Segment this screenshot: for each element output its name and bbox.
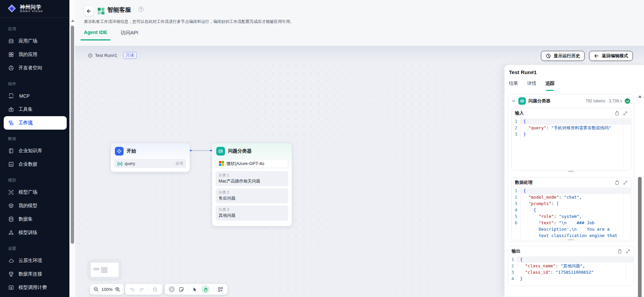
copy-icon[interactable] bbox=[617, 249, 622, 254]
readonly-badge: 只读 bbox=[123, 52, 137, 59]
undo-icon[interactable] bbox=[129, 287, 135, 292]
classifier-category-row[interactable]: 分类 1Mac产品操作相关问题 bbox=[216, 171, 288, 186]
panel-scrollbar[interactable] bbox=[638, 94, 642, 295]
param-required-label: 必填 bbox=[175, 161, 183, 166]
sidebar-item-db-connection[interactable]: 数据库连接 bbox=[0, 267, 69, 281]
help-icon[interactable]: ? bbox=[138, 7, 143, 12]
main-vertical-scrollbar[interactable] bbox=[69, 0, 75, 297]
sidebar-item-my-apps[interactable]: 我的应用 bbox=[0, 48, 69, 61]
sidebar-item-knowledge-base[interactable]: 企业知识库 bbox=[0, 144, 69, 158]
test-run-panel: Test Run#1 结果详情追踪 问题分类器 792 tokens · 3.7… bbox=[504, 65, 644, 297]
model-name: 微软|Azure-GPT-4o bbox=[226, 161, 264, 167]
sidebar-item-label: 企业知识库 bbox=[19, 148, 42, 154]
sidebar-item-billing[interactable]: 模型调用计费 bbox=[0, 281, 69, 294]
sidebar-item-workflow[interactable]: 工作流 bbox=[4, 116, 67, 130]
code-line: 4 { bbox=[512, 207, 631, 213]
scrollbar-thumb[interactable] bbox=[638, 177, 642, 297]
expand-icon[interactable] bbox=[623, 111, 627, 116]
sidebar-item-cloud-env[interactable]: 云原生环境 bbox=[0, 254, 69, 267]
sidebar-item-model-market[interactable]: 模型广场 bbox=[0, 186, 69, 199]
code-content[interactable]: 1{2 "query": "手机转移资料需要有数据线吗"3} bbox=[512, 118, 631, 137]
code-content[interactable]: 1{2 "class_name": "其他问题",3 "class_id": "… bbox=[508, 256, 634, 282]
toolbar-divider bbox=[188, 287, 188, 292]
show-run-history-button[interactable]: 显示运行历史 bbox=[541, 51, 585, 61]
panel-tab-追踪[interactable]: 追踪 bbox=[545, 80, 554, 90]
classifier-category-row[interactable]: 分类 3其他问题 bbox=[216, 205, 288, 221]
database-icon bbox=[8, 216, 14, 222]
code-content[interactable]: 1{2 "model_mode": "chat",3 "prompts": [4… bbox=[512, 188, 631, 240]
storefront-icon bbox=[8, 38, 14, 44]
category-label: 分类 2 bbox=[219, 190, 285, 195]
version-history-icon[interactable] bbox=[152, 287, 158, 292]
expand-icon[interactable] bbox=[626, 249, 630, 254]
start-param-row[interactable]: {x} query 必填 bbox=[114, 159, 186, 168]
sidebar-item-model-training[interactable]: 模型训练 bbox=[0, 226, 69, 239]
redo-icon[interactable] bbox=[139, 287, 144, 292]
zoom-in-icon[interactable] bbox=[115, 287, 121, 292]
toolbar-divider bbox=[148, 287, 149, 292]
minimap-node bbox=[101, 267, 107, 273]
microsoft-logo-icon bbox=[219, 161, 224, 166]
scrollbar-thumb[interactable] bbox=[71, 26, 74, 244]
edge-start-to-classifier bbox=[191, 150, 213, 151]
header-tabs: Agent IDE访问API bbox=[84, 30, 138, 40]
category-value: 其他问题 bbox=[219, 213, 285, 219]
select-cursor-icon[interactable] bbox=[192, 287, 197, 292]
panel-tab-详情[interactable]: 详情 bbox=[527, 80, 536, 90]
classifier-category-row[interactable]: 分类 2售后问题 bbox=[216, 188, 288, 203]
expand-icon[interactable] bbox=[623, 180, 627, 185]
code-line: 1{ bbox=[508, 256, 634, 263]
minimap[interactable] bbox=[88, 260, 121, 279]
auto-layout-icon[interactable] bbox=[218, 287, 223, 292]
sidebar-item-dataset[interactable]: 数据集 bbox=[0, 212, 69, 226]
svg-text:MCP: MCP bbox=[9, 96, 13, 99]
scroll-up-arrow-icon[interactable] bbox=[71, 20, 74, 22]
sidebar-item-mcp[interactable]: MCPMCP bbox=[0, 89, 69, 103]
toolbar-divider bbox=[214, 287, 214, 292]
sidebar-item-my-models[interactable]: 我的模型 bbox=[0, 199, 69, 212]
sidebar-item-dev-space[interactable]: 开发者空间 bbox=[0, 61, 69, 75]
node-question-classifier[interactable]: 问题分类器 微软|Azure-GPT-4o 分类 1Mac产品操作相关问题分类 … bbox=[212, 143, 292, 226]
brand-subtitle: Smart Vision bbox=[20, 10, 43, 13]
sidebar-item-toolset[interactable]: 工具集 bbox=[0, 103, 69, 116]
page-header: 智能客服 ? 展示私有工作流详细信息，您可以在此对工作流进行多节点编排和运行，编… bbox=[75, 0, 644, 46]
code-line: 3 "class_id": "1758511008652" bbox=[508, 269, 634, 275]
resize-handle[interactable] bbox=[568, 171, 574, 172]
panel-tab-结果[interactable]: 结果 bbox=[509, 80, 518, 90]
back-arrow-icon bbox=[86, 8, 92, 14]
sidebar-section-label: 组件 bbox=[0, 78, 69, 89]
add-node-icon[interactable]: + bbox=[169, 286, 175, 292]
sidebar-item-app-market[interactable]: 应用广场 bbox=[0, 34, 69, 48]
output-code-block: 输出1{2 "class_name": "其他问题",3 "class_id":… bbox=[508, 246, 634, 286]
sidebar-item-label: 我的模型 bbox=[19, 203, 37, 209]
back-button[interactable] bbox=[84, 6, 94, 16]
hand-tool-active[interactable] bbox=[201, 285, 210, 294]
copy-icon[interactable] bbox=[614, 111, 619, 116]
sticky-note-icon[interactable] bbox=[179, 287, 184, 292]
model-selector-row[interactable]: 微软|Azure-GPT-4o bbox=[216, 159, 288, 168]
chevron-down-icon[interactable] bbox=[512, 99, 516, 103]
sidebar-section: 模型模型广场我的模型数据集模型训练 bbox=[0, 174, 69, 239]
history-toolbar bbox=[125, 284, 162, 295]
node-start[interactable]: 开始 {x} query 必填 bbox=[110, 143, 190, 172]
trace-node-header[interactable]: 问题分类器 792 tokens · 3.739 s bbox=[508, 94, 634, 107]
sidebar-item-enterprise-data[interactable]: 企业数据 bbox=[0, 158, 69, 171]
category-value: Mac产品操作相关问题 bbox=[219, 178, 285, 184]
page-description: 展示私有工作流详细信息，您可以在此对工作流进行多节点编排和运行，编排好的工作流配… bbox=[84, 19, 294, 25]
zoom-toolbar: 100% bbox=[90, 284, 124, 295]
code-line: 5 "role": "system", bbox=[512, 213, 631, 220]
sidebar: 神州问学 Smart Vision 应用应用广场我的应用开发者空间组件MCPMC… bbox=[0, 0, 69, 297]
resize-handle[interactable] bbox=[568, 239, 574, 240]
zoom-out-icon[interactable] bbox=[93, 287, 99, 292]
tab-访问API[interactable]: 访问API bbox=[121, 30, 138, 40]
chart-icon bbox=[8, 161, 14, 167]
history-clock-icon bbox=[546, 53, 551, 59]
scroll-up-arrow-icon[interactable] bbox=[638, 95, 642, 98]
tab-Agent IDE[interactable]: Agent IDE bbox=[84, 30, 107, 40]
show-run-history-label: 显示运行历史 bbox=[554, 53, 580, 59]
back-to-edit-button[interactable]: 返回编辑模式 bbox=[589, 51, 633, 61]
category-value: 售后问题 bbox=[219, 196, 285, 201]
page-title: 智能客服 bbox=[107, 6, 131, 14]
copy-icon[interactable] bbox=[614, 180, 619, 185]
trace-node-title: 问题分类器 bbox=[528, 98, 550, 104]
